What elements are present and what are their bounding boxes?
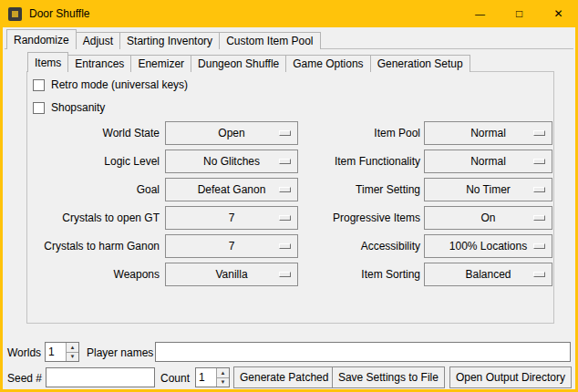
dropdown-item-functionality[interactable]: Normal (424, 150, 552, 173)
dropdown-indicator-icon (533, 187, 545, 192)
app-window: Door Shuffle — □ ✕ Randomize Adjust Star… (0, 0, 578, 392)
tab-label: Generation Setup (377, 57, 463, 70)
dropdown-value: 7 (229, 240, 235, 253)
outer-tab-bar: Randomize Adjust Starting Inventory Cust… (6, 29, 320, 49)
label-item-pool: Item Pool (291, 127, 420, 139)
dropdown-indicator-icon (279, 130, 291, 136)
checkbox-shopsanity[interactable]: Shopsanity (33, 100, 105, 115)
player-names-label: Player names (87, 346, 153, 359)
tab-dungeon-shuffle[interactable]: Dungeon Shuffle (191, 55, 286, 72)
checkbox-label: Shopsanity (51, 101, 105, 114)
dropdown-logic-level[interactable]: No Glitches (165, 150, 298, 173)
maximize-icon[interactable]: □ (500, 0, 539, 27)
dropdown-crystals-harm-ganon[interactable]: 7 (165, 234, 298, 258)
dropdown-indicator-icon (533, 215, 545, 221)
tab-generation-setup[interactable]: Generation Setup (370, 55, 470, 72)
dropdown-indicator-icon (279, 215, 291, 221)
count-input[interactable] (196, 368, 216, 387)
tab-entrances[interactable]: Entrances (67, 55, 131, 72)
dropdown-value: No Glitches (203, 155, 260, 168)
dropdown-goal[interactable]: Defeat Ganon (165, 178, 298, 201)
dropdown-value: Defeat Ganon (198, 183, 266, 196)
label-crystals-harm-ganon: Crystals to harm Ganon (3, 240, 160, 253)
tab-label: Enemizer (138, 57, 184, 70)
window-controls: — □ ✕ (460, 0, 578, 27)
worlds-input[interactable] (46, 343, 66, 361)
seed-label: Seed # (7, 372, 42, 385)
tab-label: Randomize (14, 34, 69, 46)
tab-adjust[interactable]: Adjust (76, 32, 120, 49)
spin-down-icon[interactable]: ▼ (67, 352, 78, 362)
app-icon (8, 7, 22, 21)
dropdown-indicator-icon (279, 243, 291, 249)
tab-randomize[interactable]: Randomize (6, 29, 77, 49)
worlds-label: Worlds (7, 346, 41, 359)
dropdown-indicator-icon (533, 243, 545, 249)
tab-label: Game Options (293, 57, 363, 70)
dropdown-progressive-items[interactable]: On (424, 206, 552, 230)
spin-up-icon[interactable]: ▲ (67, 343, 78, 352)
tab-custom-item-pool[interactable]: Custom Item Pool (219, 32, 320, 49)
label-accessibility: Accessibility (291, 240, 420, 253)
save-settings-button[interactable]: Save Settings to File (332, 366, 445, 388)
dropdown-value: Balanced (465, 268, 511, 281)
dropdown-weapons[interactable]: Vanilla (165, 263, 298, 286)
title-bar[interactable]: Door Shuffle — □ ✕ (0, 0, 578, 27)
dropdown-world-state[interactable]: Open (165, 121, 298, 145)
dropdown-indicator-icon (279, 272, 291, 277)
dropdown-value: Open (218, 127, 244, 139)
label-goal: Goal (3, 183, 160, 196)
dropdown-indicator-icon (279, 159, 291, 164)
count-label: Count (160, 372, 190, 385)
dropdown-value: 100% Locations (449, 240, 527, 253)
player-names-input[interactable] (155, 342, 571, 362)
spin-down-icon[interactable]: ▼ (217, 377, 229, 387)
open-output-directory-button[interactable]: Open Output Directory (449, 366, 572, 388)
tab-game-options[interactable]: Game Options (285, 55, 370, 72)
dropdown-crystals-open-gt[interactable]: 7 (165, 206, 298, 230)
tab-label: Adjust (83, 35, 113, 47)
label-world-state: World State (3, 127, 160, 139)
tab-label: Starting Inventory (127, 35, 212, 47)
dropdown-value: On (480, 211, 495, 224)
checkbox-unchecked-icon (33, 79, 45, 91)
bottom-right-buttons: Save Settings to File Open Output Direct… (332, 366, 572, 388)
checkbox-label: Retro mode (universal keys) (51, 78, 188, 91)
label-timer-setting: Timer Setting (291, 183, 420, 196)
tab-label: Entrances (75, 57, 124, 70)
seed-input[interactable] (46, 367, 155, 387)
checkbox-retro-mode[interactable]: Retro mode (universal keys) (33, 77, 188, 92)
spin-up-icon[interactable]: ▲ (217, 368, 229, 377)
dropdown-value: Vanilla (215, 268, 247, 281)
dropdown-item-sorting[interactable]: Balanced (424, 263, 552, 286)
dropdown-timer-setting[interactable]: No Timer (424, 178, 552, 201)
dropdown-indicator-icon (533, 159, 545, 164)
dropdown-value: Normal (470, 155, 506, 168)
dropdown-value: 7 (229, 211, 235, 224)
spinner-arrows: ▲ ▼ (66, 343, 78, 361)
minimize-icon[interactable]: — (460, 0, 500, 27)
inner-tab-bar: Items Entrances Enemizer Dungeon Shuffle… (27, 52, 470, 72)
tab-starting-inventory[interactable]: Starting Inventory (119, 32, 220, 49)
dropdown-indicator-icon (533, 130, 545, 136)
count-spinner[interactable]: ▲ ▼ (195, 367, 230, 387)
close-icon[interactable]: ✕ (539, 0, 578, 27)
dropdown-item-pool[interactable]: Normal (424, 121, 552, 145)
dropdown-indicator-icon (279, 187, 291, 192)
label-crystals-open-gt: Crystals to open GT (3, 211, 160, 224)
dropdown-value: Normal (470, 127, 506, 139)
tab-items[interactable]: Items (27, 52, 68, 72)
dropdown-accessibility[interactable]: 100% Locations (424, 234, 552, 258)
tab-label: Items (35, 57, 61, 69)
tab-label: Custom Item Pool (226, 35, 313, 47)
spinner-arrows: ▲ ▼ (216, 368, 229, 387)
worlds-spinner[interactable]: ▲ ▼ (45, 342, 79, 362)
window-title: Door Shuffle (29, 7, 90, 20)
label-progressive-items: Progressive Items (291, 211, 420, 224)
checkbox-unchecked-icon (33, 102, 45, 114)
dropdown-indicator-icon (533, 272, 545, 277)
dropdown-value: No Timer (466, 183, 511, 196)
label-item-functionality: Item Functionality (291, 155, 420, 168)
tab-enemizer[interactable]: Enemizer (130, 55, 191, 72)
label-weapons: Weapons (3, 268, 160, 281)
